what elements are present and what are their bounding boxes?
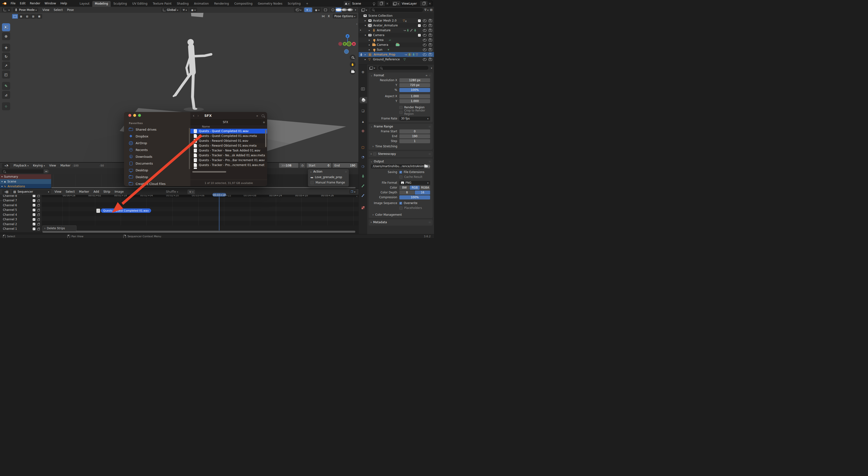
overlays-dropdown[interactable]: [313, 7, 321, 12]
finder-file-row[interactable]: Quests - Tracker - New Task Added 01.wav: [190, 148, 267, 153]
depth-8-button[interactable]: 8: [399, 190, 414, 195]
tab-scene[interactable]: [359, 118, 367, 125]
tool-cursor[interactable]: [2, 32, 10, 40]
channel-mute-checkbox[interactable]: [33, 228, 35, 230]
topbar-menu[interactable]: Window: [42, 2, 58, 5]
sequencer-menu[interactable]: Select: [63, 190, 77, 194]
camera-toggle-icon[interactable]: [429, 43, 432, 46]
color-bw-button[interactable]: BW: [399, 186, 409, 190]
channel-mute-checkbox[interactable]: [33, 204, 35, 207]
viewport-menu[interactable]: Pose: [65, 8, 76, 12]
workspace-tab[interactable]: Compositing: [231, 1, 255, 7]
sequencer-channel[interactable]: › Channel 3: [0, 217, 42, 222]
sequencer-channel[interactable]: › Channel 2: [0, 222, 42, 227]
scene-name[interactable]: Scene: [351, 1, 371, 6]
properties-browse-icon[interactable]: [368, 66, 377, 70]
workspace-tab[interactable]: Animation: [191, 1, 211, 7]
eye-icon[interactable]: [423, 39, 427, 41]
frame-rate-dropdown[interactable]: 30 fps: [399, 117, 430, 121]
eye-icon[interactable]: [423, 20, 427, 22]
mirror-x-button[interactable]: X: [327, 14, 331, 18]
resolution-y-field[interactable]: 720 px: [399, 83, 430, 87]
topbar-menu[interactable]: Help: [58, 2, 69, 5]
camera-toggle-icon[interactable]: [429, 53, 432, 56]
dopesheet-search-input[interactable]: [2, 170, 49, 173]
frame-start-field[interactable]: 0: [399, 129, 430, 133]
proportional-edit-icon[interactable]: [189, 7, 197, 12]
use-preview-range-icon[interactable]: [300, 163, 305, 168]
render-region-checkbox[interactable]: [399, 106, 403, 109]
frame-range-panel-header[interactable]: ⌄Frame Range∷: [369, 124, 433, 129]
topbar-menu[interactable]: Render: [28, 2, 42, 5]
camera-toggle-icon[interactable]: [429, 58, 432, 61]
outliner-row-area[interactable]: ▸ Area: [359, 37, 434, 42]
frame-start-pill[interactable]: Start0: [307, 163, 331, 168]
sequencer-scrollbar[interactable]: [42, 231, 355, 233]
forward-icon[interactable]: ›: [197, 113, 202, 118]
tool-select-box[interactable]: [2, 23, 10, 31]
tool-move[interactable]: [2, 43, 10, 52]
minimize-window-button[interactable]: [133, 114, 136, 117]
timeline-menu[interactable]: View: [47, 164, 58, 167]
outliner-row-camera-collection[interactable]: ▾ Camera: [359, 33, 434, 37]
finder-sidebar-item[interactable]: Shared drives: [124, 126, 190, 133]
finder-sidebar-item[interactable]: Documents: [124, 160, 190, 167]
snap-magnet-icon[interactable]: [181, 7, 188, 12]
tool-scale[interactable]: [2, 62, 10, 69]
shading-dropdown-icon[interactable]: [353, 7, 357, 12]
compression-slider[interactable]: 100%: [399, 195, 430, 200]
channel-lock-icon[interactable]: [37, 195, 40, 197]
aspect-y-field[interactable]: 1.000: [399, 99, 430, 103]
playhead-label[interactable]: 00:03+18: [212, 193, 226, 197]
tab-object-data[interactable]: [359, 173, 367, 179]
sequencer-grid[interactable]: [42, 197, 359, 226]
delete-strips-panel[interactable]: Delete Strips: [42, 226, 76, 231]
finder-file-row[interactable]: Quests - Quest Completed 01.wav.meta: [190, 133, 267, 139]
timeline-menu[interactable]: Marker: [58, 164, 72, 167]
properties-search-input[interactable]: [378, 66, 429, 70]
shading-mode-switch[interactable]: [330, 7, 357, 12]
tool-transform[interactable]: [2, 70, 10, 79]
viewport-menu[interactable]: View: [40, 8, 51, 12]
color-management-header[interactable]: Color Management: [369, 212, 433, 217]
eye-icon[interactable]: [423, 29, 427, 32]
action-panel-header[interactable]: ⌄Action∷: [308, 169, 349, 174]
tab-world[interactable]: [359, 127, 367, 134]
render-region-icon[interactable]: [322, 7, 329, 12]
wireframe-shading-icon[interactable]: [330, 7, 336, 12]
gizmo-dropdown[interactable]: +: [304, 7, 312, 12]
remove-viewlayer-icon[interactable]: ×: [428, 2, 432, 5]
object-visibility-dropdown[interactable]: [294, 7, 303, 12]
sequencer-collapse-icon[interactable]: ‹: [356, 195, 358, 198]
sidebar-collapse-icon[interactable]: ‹: [356, 22, 358, 26]
finder-file-row[interactable]: Quests - Reward Obtained 01.wav: [190, 139, 267, 143]
channel-scene[interactable]: ▾Scene: [0, 179, 51, 184]
finder-tab[interactable]: SFX: [190, 120, 260, 124]
finder-file-row[interactable]: Quests - Quest Completed 01.wav: [190, 129, 267, 133]
timeline-menu[interactable]: Keying: [31, 164, 47, 167]
zoom-window-button[interactable]: [138, 114, 141, 117]
aspect-x-field[interactable]: 1.000: [399, 94, 430, 98]
new-collection-icon[interactable]: [430, 8, 433, 12]
color-rgba-button[interactable]: RGBA: [420, 186, 430, 190]
finder-file-row[interactable]: Quests - Tracker - Ne...sk Added 01.wav.…: [190, 153, 267, 158]
workspace-tab[interactable]: Modeling: [92, 1, 111, 7]
outliner-row-sun[interactable]: ▸ Sun: [359, 47, 434, 52]
channel-mute-checkbox[interactable]: [33, 199, 35, 202]
channel-lock-icon[interactable]: [37, 224, 40, 226]
select-set-button[interactable]: [12, 14, 18, 19]
channel-mute-checkbox[interactable]: [33, 213, 35, 216]
eye-icon[interactable]: [423, 53, 427, 56]
collection-checkbox[interactable]: [418, 34, 421, 37]
new-scene-icon[interactable]: [378, 1, 385, 6]
select-extend-button[interactable]: [18, 14, 24, 19]
finder-file-row[interactable]: Quests - Tracker - Pro...Bar Increment 0…: [190, 158, 267, 162]
timeline-menu[interactable]: Playback: [11, 164, 31, 167]
collection-checkbox[interactable]: [418, 20, 421, 22]
channel-mute-checkbox[interactable]: [33, 223, 35, 226]
tool-pose-breakdowner[interactable]: [2, 102, 10, 110]
finder-horizontal-scrollbar[interactable]: [192, 171, 226, 173]
blender-logo-icon[interactable]: [2, 2, 6, 5]
channel-lock-icon[interactable]: [37, 205, 40, 207]
more-toolbar-icon[interactable]: »: [256, 114, 258, 118]
